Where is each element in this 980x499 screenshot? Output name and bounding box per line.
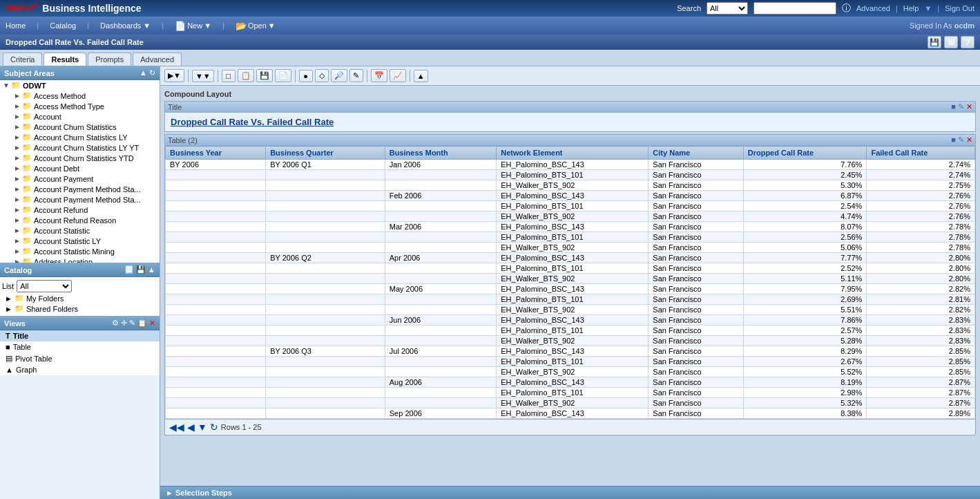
expand-icon[interactable]: ► bbox=[14, 164, 22, 172]
expand-icon[interactable]: ► bbox=[14, 237, 22, 245]
nav-home[interactable]: Home bbox=[6, 21, 26, 30]
expand-icon[interactable]: ► bbox=[14, 102, 22, 110]
title-section-save-icon[interactable]: ■ bbox=[951, 102, 956, 111]
view-item-title[interactable]: T Title bbox=[0, 330, 160, 341]
tab-advanced[interactable]: Advanced bbox=[133, 53, 182, 66]
catalog-list-select[interactable]: All bbox=[17, 280, 72, 292]
expand-icon[interactable]: ► bbox=[5, 294, 12, 303]
col-header-city-name[interactable]: City Name bbox=[648, 147, 743, 160]
toolbar-btn-4[interactable]: 📋 bbox=[238, 69, 254, 82]
catalog-icon-3[interactable]: ▲ bbox=[148, 265, 155, 274]
tree-item-account-payment[interactable]: ► 📁 Account Payment bbox=[0, 173, 160, 184]
tab-results[interactable]: Results bbox=[44, 53, 86, 66]
subject-areas-refresh-icon[interactable]: ↻ bbox=[149, 68, 155, 77]
page-down-icon[interactable]: ▼ bbox=[198, 422, 207, 433]
expand-icon[interactable]: ► bbox=[14, 144, 22, 151]
page-refresh-icon[interactable]: ↻ bbox=[210, 422, 218, 433]
table-section-save-icon[interactable]: ■ bbox=[951, 135, 956, 144]
toolbar-btn-8[interactable]: ◇ bbox=[315, 69, 329, 82]
toolbar-btn-11[interactable]: 📅 bbox=[371, 69, 387, 82]
view-item-pivot[interactable]: ▤ Pivot Table bbox=[0, 352, 160, 364]
views-icon-4[interactable]: 📋 bbox=[137, 319, 147, 328]
table-section-edit-icon[interactable]: ✎ bbox=[958, 135, 964, 144]
table-cell[interactable]: May 2006 bbox=[385, 284, 497, 294]
nav-dashboards[interactable]: Dashboards ▼ bbox=[100, 21, 151, 30]
expand-icon[interactable]: ► bbox=[14, 247, 22, 255]
nav-new[interactable]: 📄New ▼ bbox=[175, 21, 211, 31]
catalog-item-sharedfolders[interactable]: ► 📁 Shared Folders bbox=[2, 303, 157, 314]
toolbar-btn-6[interactable]: 📄 bbox=[275, 69, 291, 82]
search-input[interactable] bbox=[753, 2, 836, 15]
table-cell[interactable]: Jan 2006 bbox=[385, 160, 497, 170]
nav-open[interactable]: 📂Open ▼ bbox=[236, 21, 276, 31]
title-section-edit-icon[interactable]: ✎ bbox=[958, 102, 964, 111]
tree-item-account-statistic[interactable]: ► 📁 Account Statistic bbox=[0, 225, 160, 236]
tree-item-account-refund[interactable]: ► 📁 Account Refund bbox=[0, 205, 160, 215]
tree-item-account-churn-stats-ytd[interactable]: ► 📁 Account Churn Statistics YTD bbox=[0, 153, 160, 163]
selection-steps[interactable]: ► Selection Steps bbox=[160, 486, 980, 499]
views-icon-2[interactable]: ✛ bbox=[121, 319, 127, 328]
title-section-close-icon[interactable]: ✕ bbox=[966, 102, 972, 111]
expand-icon[interactable]: ► bbox=[14, 227, 22, 234]
table-cell[interactable]: Feb 2006 bbox=[385, 191, 497, 201]
tree-item-account-churn-stats-ly-yt[interactable]: ► 📁 Account Churn Statistics LY YT bbox=[0, 142, 160, 153]
subject-areas-collapse-icon[interactable]: ▲ bbox=[140, 68, 147, 77]
tree-item-access-method[interactable]: ► 📁 Access Method bbox=[0, 91, 160, 101]
tree-item-account-debt[interactable]: ► 📁 Account Debt bbox=[0, 163, 160, 173]
signout-link[interactable]: Sign Out bbox=[945, 4, 974, 12]
tree-item-account-statistic-mining[interactable]: ► 📁 Account Statistic Mining bbox=[0, 246, 160, 256]
toolbar-btn-3[interactable]: □ bbox=[222, 70, 236, 82]
col-header-network-element[interactable]: Network Element bbox=[497, 147, 648, 160]
toolbar-btn-10[interactable]: ✎ bbox=[349, 69, 363, 82]
expand-icon[interactable]: ► bbox=[14, 258, 22, 263]
table-cell[interactable]: Jul 2006 bbox=[385, 346, 497, 357]
toolbar-btn-13[interactable]: ▲ bbox=[414, 70, 428, 82]
expand-icon[interactable]: ▼ bbox=[3, 82, 11, 89]
table-cell[interactable]: Jun 2006 bbox=[385, 315, 497, 326]
expand-icon[interactable]: ► bbox=[14, 133, 22, 141]
catalog-icon-1[interactable]: 📃 bbox=[124, 265, 134, 274]
col-header-business-year[interactable]: Business Year bbox=[166, 147, 266, 160]
toolbar-btn-12[interactable]: 📈 bbox=[390, 69, 406, 82]
expand-icon[interactable]: ► bbox=[14, 175, 22, 182]
save-icon[interactable]: 💾 bbox=[928, 36, 941, 48]
table-cell[interactable]: BY 2006 Q2 bbox=[266, 253, 385, 263]
tree-item-account[interactable]: ► 📁 Account bbox=[0, 111, 160, 122]
tree-item-account-statistic-ly[interactable]: ► 📁 Account Statistic LY bbox=[0, 236, 160, 246]
toolbar-btn-7[interactable]: ● bbox=[299, 70, 313, 82]
report-title[interactable]: Dropped Call Rate Vs. Failed Call Rate bbox=[165, 113, 975, 131]
table-cell[interactable]: BY 2006 bbox=[166, 160, 266, 170]
nav-catalog[interactable]: Catalog bbox=[50, 21, 76, 30]
expand-icon[interactable]: ► bbox=[14, 216, 22, 224]
view-item-table[interactable]: ■ Table bbox=[0, 341, 160, 352]
tree-item-address-location[interactable]: ► 📁 Address Location bbox=[0, 256, 160, 263]
catalog-item-myfolders[interactable]: ► 📁 My Folders bbox=[2, 293, 157, 303]
catalog-header[interactable]: Catalog 📃 💾 ▲ bbox=[0, 263, 160, 277]
views-icon-3[interactable]: ✎ bbox=[129, 319, 135, 328]
tree-root-odwt[interactable]: ▼ 📁 ODWT bbox=[0, 80, 160, 91]
expand-icon[interactable]: ► bbox=[14, 196, 22, 203]
expand-icon[interactable]: ► bbox=[14, 206, 22, 214]
table-cell[interactable]: BY 2006 Q3 bbox=[266, 346, 385, 357]
view-item-graph[interactable]: ▲ Graph bbox=[0, 364, 160, 375]
toolbar-btn-9[interactable]: 🔎 bbox=[331, 69, 347, 82]
expand-icon[interactable]: ► bbox=[14, 92, 22, 100]
tree-item-account-churn-stats-ly[interactable]: ► 📁 Account Churn Statistics LY bbox=[0, 132, 160, 142]
views-icon-1[interactable]: ⚙ bbox=[112, 319, 119, 328]
tree-item-account-payment-method-2[interactable]: ► 📁 Account Payment Method Sta... bbox=[0, 194, 160, 205]
tab-criteria[interactable]: Criteria bbox=[3, 53, 42, 66]
toolbar-btn-1[interactable]: ▶▼ bbox=[164, 69, 184, 82]
question-icon[interactable]: ? bbox=[961, 36, 974, 48]
tree-item-access-method-type[interactable]: ► 📁 Access Method Type bbox=[0, 101, 160, 111]
help-link[interactable]: Help bbox=[903, 4, 919, 12]
col-header-dropped-call-rate[interactable]: Dropped Call Rate bbox=[743, 147, 867, 160]
table-cell[interactable]: Aug 2006 bbox=[385, 377, 497, 388]
table-section-close-icon[interactable]: ✕ bbox=[966, 135, 972, 144]
selection-steps-expand-icon[interactable]: ► bbox=[166, 489, 173, 497]
expand-icon[interactable]: ► bbox=[14, 185, 22, 193]
search-help-icon[interactable]: ⓘ bbox=[842, 2, 851, 15]
search-scope-select[interactable]: All bbox=[707, 2, 748, 15]
views-icon-5[interactable]: ✕ bbox=[149, 319, 155, 328]
toolbar-btn-5[interactable]: 💾 bbox=[256, 69, 273, 82]
expand-icon[interactable]: ► bbox=[5, 305, 12, 313]
